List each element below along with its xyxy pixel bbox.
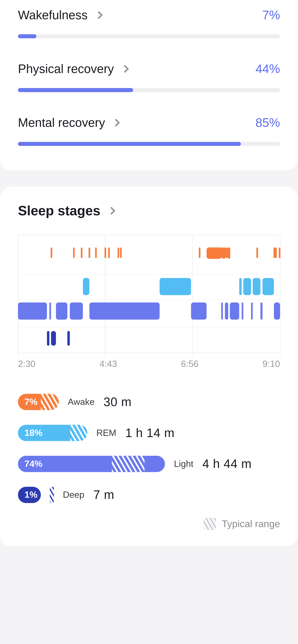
metric-row: Physical recovery 44% (18, 62, 280, 92)
stage-segment-light (56, 302, 67, 320)
stage-segment-light (230, 302, 239, 320)
chevron-right-icon (94, 11, 103, 19)
awake-tick (222, 247, 223, 258)
stage-pill: 7% (18, 394, 59, 410)
stage-name: Awake (68, 397, 95, 407)
awake-tick (256, 247, 258, 258)
axis-tick: 6:56 (181, 359, 199, 369)
stage-duration: 7 m (93, 488, 114, 502)
axis-tick: 2:30 (18, 359, 36, 369)
stage-segment-light (18, 302, 47, 320)
stage-segment-rem (239, 278, 241, 295)
progress-fill (18, 142, 241, 146)
awake-tick (217, 247, 218, 258)
stage-duration: 1 h 14 m (125, 426, 175, 440)
awake-tick (117, 247, 119, 258)
progress-track (18, 34, 280, 38)
stage-segment-deep (47, 331, 49, 346)
sleep-stage-chart (18, 235, 280, 353)
awake-tick (81, 247, 83, 258)
stage-breakdown-row: 1%Deep7 m (18, 487, 280, 503)
legend-label: Typical range (222, 518, 280, 530)
sleep-stages-card: Sleep stages 2:304:436:569:10 7%Awake30 … (0, 187, 298, 546)
awake-tick (279, 247, 280, 258)
stage-segment-light (70, 302, 83, 320)
stage-breakdown-row: 7%Awake30 m (18, 394, 280, 410)
stage-duration: 4 h 44 m (202, 457, 252, 471)
awake-tick (209, 247, 211, 258)
awake-tick (120, 247, 122, 258)
awake-tick (275, 247, 277, 258)
stage-pct: 7% (18, 397, 38, 407)
stage-breakdown-list: 7%Awake30 m 18%REM1 h 14 m 74%Light4 h 4… (18, 394, 280, 503)
awake-tick (108, 247, 110, 258)
awake-tick (227, 247, 228, 258)
stage-segment-rem (243, 278, 251, 295)
awake-tick (89, 247, 90, 258)
chevron-right-icon (121, 65, 129, 73)
stage-segment-light (274, 302, 280, 320)
sleep-stages-header[interactable]: Sleep stages (18, 203, 280, 218)
stage-segment-rem (83, 278, 90, 295)
stage-name: Light (174, 459, 193, 469)
metrics-card: Wakefulness 7% Physical recovery 44% Men… (0, 0, 298, 170)
awake-tick (225, 247, 227, 258)
typical-range-hatch (50, 487, 54, 503)
stage-segment-light (251, 302, 253, 320)
awake-tick (228, 247, 230, 258)
stage-segment-light (90, 302, 160, 320)
stage-segment-light (260, 302, 262, 320)
axis-tick: 4:43 (99, 359, 117, 369)
stage-segment-deep (51, 331, 56, 346)
section-title-text: Sleep stages (18, 203, 100, 218)
chevron-right-icon (107, 207, 115, 215)
awake-tick (219, 247, 220, 258)
metric-link[interactable]: Wakefulness (18, 8, 101, 22)
stage-breakdown-row: 74%Light4 h 44 m (18, 456, 280, 472)
metric-label: Wakefulness (18, 8, 88, 22)
stage-segment-rem (253, 278, 260, 295)
awake-tick (104, 247, 106, 258)
awake-tick (213, 247, 214, 258)
awake-tick (215, 247, 217, 258)
awake-tick (95, 247, 97, 258)
metric-value: 44% (255, 62, 280, 76)
stage-pill: 18% (18, 425, 87, 441)
stage-segment-light (241, 302, 243, 320)
awake-tick (51, 247, 52, 258)
typical-range-hatch (41, 394, 59, 410)
stage-name: Deep (63, 490, 84, 500)
metric-link[interactable]: Mental recovery (18, 116, 119, 130)
progress-track (18, 88, 280, 92)
metric-value: 85% (255, 116, 280, 130)
awake-tick (224, 247, 225, 258)
awake-tick (220, 247, 222, 258)
stage-pct: 1% (18, 490, 38, 500)
stage-name: REM (96, 428, 116, 438)
metric-row: Wakefulness 7% (18, 8, 280, 38)
progress-fill (18, 88, 133, 92)
axis-tick: 9:10 (263, 359, 280, 369)
stage-segment-rem (160, 278, 191, 295)
typical-range-hatch (70, 425, 87, 441)
hatch-swatch-icon (204, 518, 216, 530)
metric-label: Physical recovery (18, 62, 114, 76)
awake-tick (73, 247, 75, 258)
stage-segment-rem (262, 278, 274, 295)
chart-x-axis: 2:304:436:569:10 (18, 359, 280, 369)
chevron-right-icon (112, 119, 120, 127)
stage-breakdown-row: 18%REM1 h 14 m (18, 425, 280, 441)
metric-row: Mental recovery 85% (18, 116, 280, 146)
metric-value: 7% (262, 8, 280, 22)
stage-pct: 18% (18, 428, 43, 438)
stage-pill: 1% (18, 487, 41, 503)
awake-tick (273, 247, 275, 258)
awake-tick (199, 247, 201, 258)
metric-link[interactable]: Physical recovery (18, 62, 128, 76)
stage-segment-deep (67, 331, 70, 346)
stage-segment-light (49, 302, 51, 320)
stage-segment-light (221, 302, 223, 320)
stage-duration: 30 m (103, 395, 132, 409)
stage-pct: 74% (18, 459, 43, 469)
progress-track (18, 142, 280, 146)
